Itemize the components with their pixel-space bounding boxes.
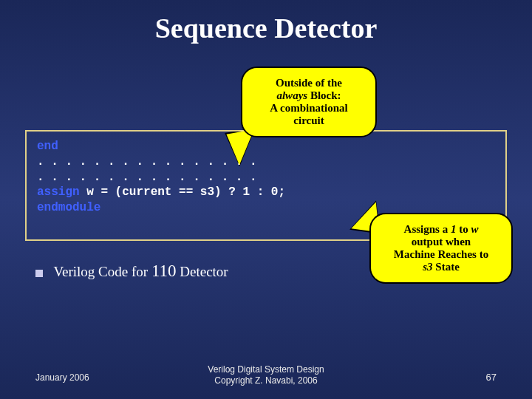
callout1-line2: always Block: (247, 89, 371, 102)
bullet-pre: Verilog Code for (53, 264, 151, 279)
callout1-em: always (276, 89, 307, 101)
c2-l4-em: s3 (423, 261, 432, 273)
bullet-line: Verilog Code for 110 Detector (35, 262, 228, 281)
c2-l4-post: State (433, 261, 460, 273)
callout1-line3: A combinational (247, 102, 371, 115)
callout1-line1: Outside of the (247, 77, 371, 89)
callout1-line4: circuit (247, 115, 371, 127)
callout2-line3: Machine Reaches to (375, 248, 507, 261)
callout2-line4: s3 State (375, 261, 507, 273)
kw-end: end (37, 140, 58, 153)
kw-endmodule: endmodule (37, 201, 100, 214)
callout1-line2-post: Block: (307, 89, 341, 101)
code-dots-2: . . . . . . . . . . . . . . . . (37, 170, 495, 185)
assign-rest: w = (current == s3) ? 1 : 0; (80, 185, 285, 199)
bullet-big: 110 (151, 262, 177, 280)
callout-assigns-one: Assigns a 1 to w output when Machine Rea… (369, 213, 513, 284)
code-dots-1: . . . . . . . . . . . . . . . . (37, 154, 495, 170)
c2-l1-mid: to (456, 223, 471, 235)
footer-page-number: 67 (486, 372, 497, 383)
callout2-line2: output when (375, 236, 507, 248)
footer-center: Verilog Digital System Design Copyright … (0, 364, 532, 386)
bullet-post: Detector (177, 264, 228, 279)
footer-center-1: Verilog Digital System Design (0, 364, 532, 375)
bullet-square-icon (35, 270, 43, 277)
slide-title: Sequence Detector (0, 0, 532, 44)
c2-l1-pre: Assigns a (404, 223, 451, 235)
kw-assign: assign (37, 185, 80, 199)
callout2-line1: Assigns a 1 to w (375, 223, 507, 236)
footer-center-2: Copyright Z. Navabi, 2006 (0, 375, 532, 386)
callout-outside-always: Outside of the always Block: A combinati… (241, 66, 377, 137)
c2-l1-em2: w (471, 223, 478, 235)
